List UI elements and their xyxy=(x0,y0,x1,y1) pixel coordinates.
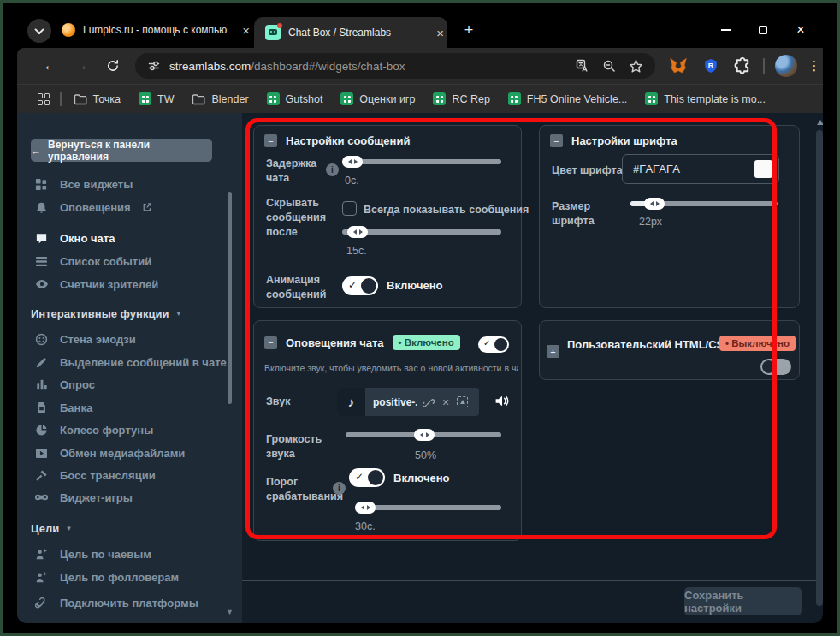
collapse-icon[interactable]: − xyxy=(550,134,563,147)
panel-header[interactable]: − Настройки сообщений xyxy=(264,134,410,147)
extensions-button[interactable] xyxy=(731,55,754,77)
sidebar-item-viewer-count[interactable]: Счетчик зрителей xyxy=(17,275,242,294)
url-text[interactable]: streamlabs.com/dashboard#/widgets/chat-b… xyxy=(169,60,563,73)
hide-after-slider[interactable] xyxy=(342,226,501,238)
sidebar-item-follower-goal[interactable]: Цель по фолловерам xyxy=(17,568,242,586)
sidebar-item-emoji-wall[interactable]: Стена эмодзи xyxy=(17,330,242,348)
sidebar-item-connect-platforms[interactable]: Подключить платформы xyxy=(17,593,242,612)
slider-handle[interactable] xyxy=(414,429,435,441)
threshold-toggle[interactable]: ✓ xyxy=(349,468,385,487)
reload-icon xyxy=(106,59,120,73)
window-maximize-button[interactable] xyxy=(744,12,782,48)
animation-label: Анимация сообщений xyxy=(266,273,336,302)
zoom-button[interactable] xyxy=(602,59,616,73)
shield-extension-button[interactable]: R xyxy=(700,55,722,77)
font-size-slider[interactable] xyxy=(630,198,778,210)
apps-grid-icon[interactable] xyxy=(38,93,50,105)
animation-toggle[interactable]: ✓ xyxy=(342,276,378,295)
link-icon[interactable] xyxy=(423,396,435,408)
sidebar-item-alerts[interactable]: Оповещения xyxy=(17,198,242,217)
tab-close-icon[interactable]: × xyxy=(433,26,447,40)
sidebar-item-tip-goal[interactable]: Цель по чаевым xyxy=(17,544,242,563)
info-icon[interactable]: i xyxy=(326,163,339,176)
sound-picker[interactable]: ♪ positive-... × xyxy=(337,388,479,416)
translate-icon xyxy=(576,59,589,73)
slider-handle[interactable] xyxy=(355,502,376,514)
sidebar-item-chat-box[interactable]: Окно чата xyxy=(17,229,242,247)
back-to-dashboard-button[interactable]: ← Вернуться к панели управления xyxy=(31,139,212,162)
forward-button[interactable]: → xyxy=(70,55,92,77)
window-minimize-button[interactable] xyxy=(707,12,744,48)
address-bar[interactable]: streamlabs.com/dashboard#/widgets/chat-b… xyxy=(135,53,655,79)
sidebar-scroll-down-icon[interactable]: ▼ xyxy=(226,608,234,616)
collapse-icon[interactable]: − xyxy=(264,336,277,349)
tab-search-button[interactable] xyxy=(27,19,51,43)
threshold-slider[interactable] xyxy=(355,502,501,514)
tab-streamlabs[interactable]: Chat Box / Streamlabs × xyxy=(254,17,447,48)
browser-menu-button[interactable]: ⋮ xyxy=(806,55,823,77)
bookmark-tochka[interactable]: Точка xyxy=(74,93,121,105)
star-icon xyxy=(629,59,643,74)
bookmark-rc-rep[interactable]: RC Rep xyxy=(433,92,489,105)
page-scroll-up-icon[interactable] xyxy=(817,120,823,125)
sidebar-section-interactive[interactable]: Интерактивные функции ▾ xyxy=(31,305,180,322)
tab-lumpics[interactable]: Lumpics.ru - помощь с компью × xyxy=(55,17,253,43)
sidebar-scrollbar-thumb[interactable] xyxy=(228,192,232,404)
select-from-library-icon[interactable] xyxy=(457,396,468,407)
music-note-icon[interactable]: ♪ xyxy=(337,388,365,416)
speaker-icon[interactable] xyxy=(494,394,509,408)
sidebar-item-chat-highlight[interactable]: Выделение сообщений в чате xyxy=(17,353,242,371)
metamask-extension-button[interactable] xyxy=(667,55,689,77)
sidebar-item-tip-jar[interactable]: Банка xyxy=(17,398,242,417)
tab-close-icon[interactable]: × xyxy=(239,23,253,38)
site-info-icon[interactable] xyxy=(147,59,161,73)
bookmark-fh5[interactable]: FH5 Online Vehicle... xyxy=(508,92,627,105)
sidebar-item-all-widgets[interactable]: Все виджеты xyxy=(17,175,242,193)
back-button[interactable]: ← xyxy=(39,55,62,77)
volume-slider[interactable] xyxy=(346,429,501,441)
chat-alerts-toggle[interactable]: ✓ xyxy=(478,336,509,353)
expand-icon[interactable]: + xyxy=(547,345,559,358)
translate-button[interactable] xyxy=(576,59,589,73)
sheet-icon xyxy=(340,92,353,105)
info-icon[interactable]: i xyxy=(333,482,346,495)
sidebar-section-goals[interactable]: Цели ▾ xyxy=(31,520,71,537)
slider-handle[interactable] xyxy=(644,198,665,210)
bookmark-star-button[interactable] xyxy=(629,59,643,74)
panel-header[interactable]: − Настройки шрифта xyxy=(550,134,677,147)
panel-header[interactable]: − Оповещения чата • Включено xyxy=(264,335,460,350)
save-settings-button[interactable]: Сохранить настройки xyxy=(684,587,802,615)
page-scrollbar-thumb[interactable] xyxy=(816,130,823,606)
reload-button[interactable] xyxy=(102,55,124,77)
sidebar-item-label: Выделение сообщений в чате xyxy=(60,356,227,369)
collapse-icon[interactable]: − xyxy=(264,134,277,147)
always-show-checkbox[interactable] xyxy=(342,201,357,216)
bookmark-template[interactable]: This template is mo... xyxy=(645,92,766,105)
bookmark-tw[interactable]: TW xyxy=(139,92,174,105)
always-show-label[interactable]: Всегда показывать сообщения xyxy=(364,203,529,217)
shield-icon: R xyxy=(703,57,719,74)
sidebar-item-wheel[interactable]: Колесо фортуны xyxy=(17,420,242,439)
slider-handle[interactable] xyxy=(342,156,363,168)
sidebar-item-widget-games[interactable]: Виджет-игры xyxy=(17,488,242,507)
sound-file-name[interactable]: positive-... xyxy=(373,396,417,408)
profile-avatar[interactable] xyxy=(775,55,797,77)
new-tab-button[interactable]: + xyxy=(458,20,479,40)
clear-sound-icon[interactable]: × xyxy=(442,395,449,409)
bookmark-gutshot[interactable]: Gutshot xyxy=(267,92,323,105)
sidebar-item-event-list[interactable]: Список событий xyxy=(17,252,242,270)
bookmark-ocenki-igr[interactable]: Оценки игр xyxy=(340,92,415,105)
sidebar-item-poll[interactable]: Опрос xyxy=(17,375,242,394)
section-label: Интерактивные функции xyxy=(31,307,169,320)
color-swatch[interactable] xyxy=(754,160,772,178)
sidebar-item-stream-boss[interactable]: Босс трансляции xyxy=(17,466,242,484)
sidebar-item-media-share[interactable]: Обмен медиафайлами xyxy=(17,443,242,462)
slider-handle[interactable] xyxy=(347,226,368,238)
font-color-field[interactable] xyxy=(622,154,779,184)
bookmark-label: Точка xyxy=(93,93,121,105)
tab-title: Chat Box / Streamlabs xyxy=(288,27,433,39)
window-close-button[interactable]: × xyxy=(782,12,819,48)
chat-delay-slider[interactable] xyxy=(342,156,501,168)
bookmark-blender[interactable]: Blender xyxy=(192,93,248,105)
custom-html-toggle[interactable] xyxy=(760,359,791,375)
